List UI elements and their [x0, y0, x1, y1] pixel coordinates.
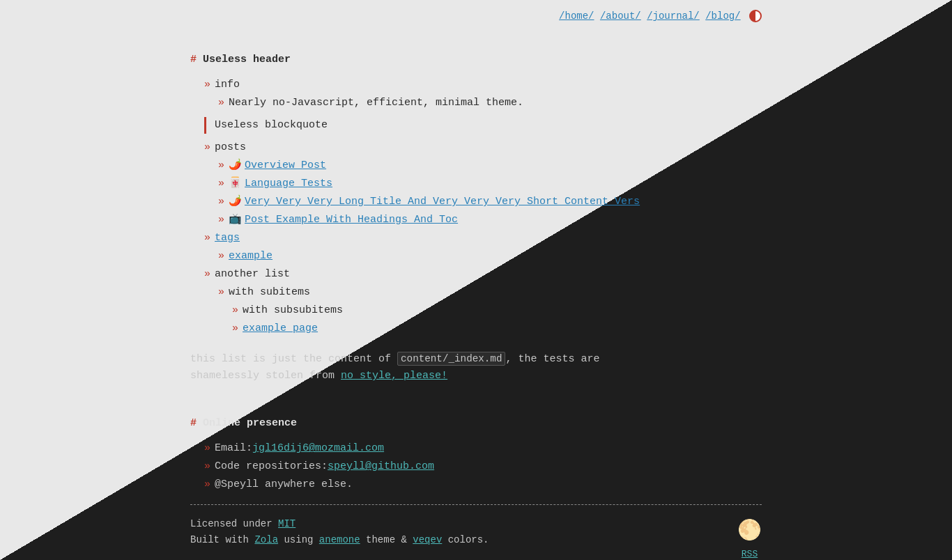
arrow-icon: » — [218, 95, 224, 111]
with-subsubitems-label: with subsubitems — [243, 302, 343, 319]
veqev-link[interactable]: veqev — [413, 534, 442, 545]
nav-home[interactable]: /home/ — [559, 10, 594, 22]
footer-row: Licensed under MIT Built with Zola using… — [190, 516, 762, 560]
repos-label: Code repositories: — [215, 458, 328, 475]
rss-area: 🌕 RSS — [737, 516, 762, 560]
hash-icon-2: # — [190, 417, 197, 429]
arrow-icon: » — [204, 476, 210, 493]
arrow-icon: » — [218, 176, 224, 192]
info-sub-text: Nearly no-Javascript, efficient, minimal… — [229, 95, 523, 111]
post-item-3: » 📺 Post Example With Headings And Toc — [190, 212, 762, 228]
section-divider — [190, 504, 762, 505]
useless-blockquote: Useless blockquote — [204, 117, 762, 134]
arrow-icon: » — [204, 458, 210, 475]
post-link-1[interactable]: Language Tests — [245, 176, 332, 192]
with-subitems-item: » with subitems — [190, 284, 762, 301]
post-emoji-3: 📺 — [229, 212, 242, 228]
main-nav: /home/ /about/ /journal/ /blog/ — [190, 0, 762, 38]
tag-example-item: » example — [190, 248, 762, 265]
arrow-icon: » — [204, 266, 210, 283]
post-link-0[interactable]: Overview Post — [245, 157, 326, 174]
zola-link[interactable]: Zola — [254, 534, 278, 545]
info-label: info — [215, 77, 240, 93]
using-text: using — [278, 534, 319, 545]
footer: Licensed under MIT Built with Zola using… — [190, 516, 762, 560]
anemone-link[interactable]: anemone — [319, 534, 360, 545]
another-list-label: another list — [215, 266, 290, 283]
arrow-icon: » — [204, 139, 210, 156]
online-presence-title: Online presence — [203, 417, 297, 429]
arrow-icon: » — [204, 230, 210, 247]
online-presence-heading: # Online presence — [190, 415, 762, 432]
arrow-icon: » — [218, 284, 224, 301]
tags-link[interactable]: tags — [215, 230, 240, 247]
post-link-2[interactable]: Very Very Very Long Title And Very Very … — [245, 194, 640, 210]
info-item: » info — [190, 77, 762, 93]
post-item-0: » 🌶️ Overview Post — [190, 157, 762, 174]
post-emoji-0: 🌶️ — [229, 157, 242, 174]
para-line1: this list is just the content of content… — [190, 351, 762, 368]
arrow-icon: » — [218, 212, 224, 228]
content-paragraph: this list is just the content of content… — [190, 351, 762, 384]
footer-line1: Licensed under MIT — [190, 516, 489, 531]
nav-about[interactable]: /about/ — [600, 10, 641, 22]
email-label: Email: — [215, 440, 252, 457]
email-item: » Email: jgl16dij6@mozmail.com — [190, 440, 762, 457]
nav-blog[interactable]: /blog/ — [705, 10, 740, 22]
license-text: Licensed under — [190, 518, 278, 529]
para-text2: , the tests are — [505, 353, 599, 365]
other-item: » @Speyll anywhere else. — [190, 476, 762, 493]
para-text3: shamelessly stolen from — [190, 370, 341, 382]
mit-link[interactable]: MIT — [278, 518, 295, 529]
arrow-icon: » — [218, 248, 224, 265]
arrow-icon: » — [232, 302, 238, 319]
with-subitems-label: with subitems — [229, 284, 310, 301]
para-code: content/_index.md — [397, 352, 505, 366]
another-list-item: » another list — [190, 266, 762, 283]
useless-header-section: # Useless header » info » Nearly no-Java… — [190, 52, 762, 337]
arrow-icon: » — [204, 77, 210, 93]
repos-item: » Code repositories: speyll@github.com — [190, 458, 762, 475]
posts-item: » posts — [190, 139, 762, 156]
posts-label: posts — [215, 139, 246, 156]
end-text: colors. — [442, 534, 489, 545]
rss-emoji: 🌕 — [737, 516, 762, 547]
arrow-icon: » — [204, 440, 210, 457]
example-page-item: » example page — [190, 320, 762, 337]
arrow-icon: » — [218, 157, 224, 174]
post-emoji-1: 🀄 — [229, 176, 242, 192]
example-page-link[interactable]: example page — [243, 320, 318, 337]
theme-text: theme & — [360, 534, 413, 545]
no-style-link[interactable]: no style, please! — [341, 370, 447, 382]
email-link[interactable]: jgl16dij6@mozmail.com — [252, 440, 384, 457]
online-presence-section: # Online presence » Email: jgl16dij6@moz… — [190, 415, 762, 560]
tag-example-link[interactable]: example — [229, 248, 272, 265]
para-line2: shamelessly stolen from no style, please… — [190, 368, 762, 384]
footer-text-area: Licensed under MIT Built with Zola using… — [190, 516, 489, 547]
hash-icon: # — [190, 54, 197, 65]
with-subsubitems-item: » with subsubitems — [190, 302, 762, 319]
arrow-icon: » — [232, 320, 238, 337]
repos-link[interactable]: speyll@github.com — [328, 458, 434, 475]
nav-journal[interactable]: /journal/ — [647, 10, 700, 22]
tags-item: » tags — [190, 230, 762, 247]
para-text1: this list is just the content of — [190, 353, 397, 365]
post-emoji-2: 🌶️ — [229, 194, 242, 210]
post-item-1: » 🀄 Language Tests — [190, 176, 762, 192]
useless-header-title: Useless header — [203, 54, 291, 65]
useless-header-heading: # Useless header — [190, 52, 762, 68]
built-text: Built with — [190, 534, 254, 545]
other-label: @Speyll anywhere else. — [215, 476, 353, 493]
post-item-2: » 🌶️ Very Very Very Long Title And Very … — [190, 194, 762, 210]
info-sub-item: » Nearly no-Javascript, efficient, minim… — [190, 95, 762, 111]
footer-line2: Built with Zola using anemone theme & ve… — [190, 532, 489, 547]
arrow-icon: » — [218, 194, 224, 210]
theme-toggle-icon[interactable] — [749, 10, 762, 22]
rss-link[interactable]: RSS — [742, 547, 758, 560]
post-link-3[interactable]: Post Example With Headings And Toc — [245, 212, 458, 228]
blockquote-text: Useless blockquote — [215, 119, 328, 131]
